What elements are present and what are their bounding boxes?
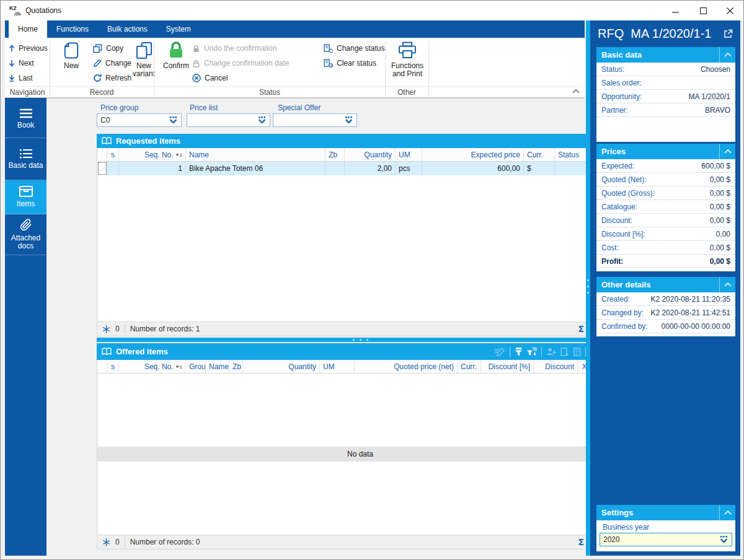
undo-confirmation-button: Undo the confirmation — [192, 42, 277, 55]
col-quantity[interactable]: Quantity — [243, 360, 320, 373]
col-zb[interactable]: Zb — [229, 360, 243, 373]
chevron-up-icon — [724, 53, 732, 57]
minimize-icon — [672, 7, 679, 14]
sidebar-item-items[interactable]: Items — [5, 180, 46, 214]
last-button[interactable]: Last — [9, 71, 33, 85]
refresh-button[interactable]: Refresh — [93, 71, 131, 85]
new-variant-button[interactable]: New variant — [128, 39, 160, 85]
col-s[interactable]: s — [107, 148, 119, 161]
sum-button[interactable]: Σ — [578, 324, 584, 334]
requested-items-title: Requested items — [116, 136, 584, 146]
col-select[interactable] — [97, 148, 107, 161]
edit-lines-icon — [494, 348, 505, 356]
requested-items-row[interactable]: 1 Bike Apache Totem 06 2,00 pcs 600,00 $ — [97, 162, 623, 175]
prices-header: Prices — [596, 144, 735, 159]
sum-button[interactable]: Σ — [578, 537, 584, 547]
cancel-button[interactable]: Cancel — [192, 71, 228, 85]
gray-lock-outline-icon — [192, 59, 200, 68]
ribbon-body: Previous Next Last New Copy Ch — [5, 38, 585, 98]
field-row: Confirmed by:0000-00-00 00:00:00 — [596, 320, 735, 333]
open-in-window-button[interactable] — [724, 29, 733, 38]
tab-system[interactable]: System — [157, 20, 200, 38]
arrow-down-bar-icon — [9, 74, 15, 82]
record-count: Number of records: 0 — [130, 538, 200, 546]
business-year-dropdown[interactable]: 2020 — [600, 533, 732, 546]
col-select[interactable] — [97, 360, 107, 373]
field-row: Partner:BRAVO — [596, 103, 735, 117]
col-curr[interactable]: Curr. — [524, 148, 555, 161]
minimize-button[interactable] — [665, 2, 686, 19]
ribbon-collapse-button[interactable] — [572, 87, 580, 95]
collapse-section-button[interactable] — [719, 505, 735, 520]
filter-button[interactable] — [515, 348, 523, 356]
col-quantity[interactable]: Quantity — [345, 148, 396, 161]
col-seq-no[interactable]: Seq. No.▲1 — [119, 360, 186, 373]
clear-status-button[interactable]: Clear status — [324, 56, 376, 70]
group-label-status: Status — [259, 88, 280, 97]
maximize-button[interactable] — [693, 2, 714, 19]
col-seq-no[interactable]: Seq. No.▲1 — [119, 148, 186, 161]
close-icon — [727, 7, 733, 14]
col-s[interactable]: s — [107, 360, 119, 373]
price-list-dropdown[interactable] — [187, 113, 270, 127]
cell-seq: 1 — [119, 162, 186, 175]
collapse-section-button[interactable] — [719, 144, 735, 159]
collapse-section-button[interactable] — [719, 47, 735, 63]
previous-button[interactable]: Previous — [9, 42, 48, 55]
offered-items-header: Offered items — [97, 343, 624, 360]
new-document-icon — [64, 42, 79, 59]
confirm-button[interactable]: Confirm — [161, 39, 191, 85]
arrow-down-icon — [9, 59, 15, 67]
prices-section: Prices Expected:600,00 $ Quoted (Net):0,… — [596, 144, 735, 271]
change-status-button[interactable]: Change status — [324, 42, 384, 55]
sidebar-item-attached-docs[interactable]: Attached docs — [5, 214, 46, 255]
price-group-dropdown[interactable]: C0 — [97, 113, 182, 127]
col-group[interactable]: Grou — [186, 360, 206, 373]
tab-bulk-actions[interactable]: Bulk actions — [98, 20, 157, 38]
requested-items-footer: 0 Number of records: 1 Σ — [97, 322, 624, 336]
sort-ascending-icon: ▲1 — [175, 364, 182, 370]
copy-button[interactable]: Copy — [93, 42, 123, 55]
sidebar-item-book[interactable]: Book — [5, 100, 46, 138]
col-name[interactable]: Name — [186, 148, 326, 161]
dropdown-icon — [719, 536, 728, 543]
right-panel-title-bar: RFQ MA 1/2020/1-1 — [590, 20, 740, 47]
col-discount[interactable]: Discount — [534, 360, 578, 373]
functions-and-print-button[interactable]: Functions and Print — [387, 39, 428, 85]
field-row: Expected:600,00 $ — [596, 159, 735, 173]
frozen-count: 0 — [115, 538, 120, 546]
special-offer-dropdown[interactable] — [273, 113, 357, 127]
tab-home[interactable]: Home — [9, 20, 47, 38]
filter-sort-button[interactable] — [527, 348, 537, 356]
col-expected-price[interactable]: Expected price — [422, 148, 524, 161]
sidebar-item-basic-data[interactable]: Basic data — [5, 138, 46, 180]
new-button[interactable]: New — [55, 39, 88, 85]
collapse-section-button[interactable] — [719, 277, 735, 292]
col-quoted-price[interactable]: Quoted price (net) — [355, 360, 458, 373]
vertical-splitter[interactable] — [586, 20, 590, 556]
field-row: Opportunity:MA 1/2020/1 — [596, 90, 735, 103]
settings-section: Settings Business year 2020 — [596, 505, 735, 551]
sort-ascending-icon: ▲1 — [175, 152, 182, 158]
field-row: Quoted (Gross):0,00 $ — [596, 186, 735, 200]
maximize-icon — [700, 7, 707, 14]
col-um[interactable]: UM — [320, 360, 355, 373]
arrow-up-icon — [9, 45, 15, 52]
tab-functions[interactable]: Functions — [47, 20, 98, 38]
col-um[interactable]: UM — [396, 148, 422, 161]
field-row: Changed by:K2 2020-08-21 11:42:51 — [596, 306, 735, 320]
price-list-label: Price list — [190, 103, 218, 112]
col-zb[interactable]: Zb — [326, 148, 345, 161]
row-select-cell[interactable] — [97, 162, 107, 175]
col-name[interactable]: Name — [206, 360, 229, 373]
change-button[interactable]: Change — [93, 56, 131, 70]
chevron-up-icon — [572, 89, 580, 94]
close-button[interactable] — [719, 2, 740, 19]
col-curr[interactable]: Curr. — [458, 360, 481, 373]
next-button[interactable]: Next — [9, 56, 34, 70]
horizontal-splitter[interactable] — [97, 338, 624, 342]
refresh-icon — [93, 74, 102, 82]
open-book-icon — [102, 137, 112, 145]
col-discount-pct[interactable]: Discount [%] — [481, 360, 534, 373]
cancel-circle-icon — [192, 74, 201, 82]
